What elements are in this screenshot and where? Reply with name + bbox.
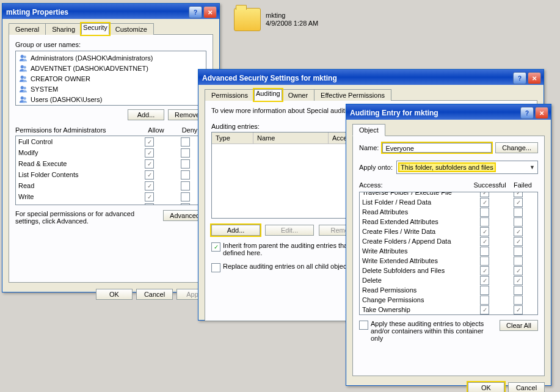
successful-checkbox[interactable] bbox=[480, 198, 489, 207]
deny-checkbox[interactable] bbox=[181, 181, 190, 191]
successful-checkbox[interactable] bbox=[480, 266, 489, 275]
successful-checkbox[interactable] bbox=[480, 296, 489, 305]
titlebar: mkting Properties ? ✕ bbox=[2, 4, 219, 19]
close-button[interactable]: ✕ bbox=[203, 6, 217, 18]
change-button[interactable]: Change... bbox=[495, 142, 538, 153]
deny-checkbox[interactable] bbox=[181, 148, 190, 158]
tab-owner[interactable]: Owner bbox=[282, 89, 315, 101]
successful-checkbox[interactable] bbox=[480, 192, 489, 197]
col-type[interactable]: Type bbox=[212, 132, 253, 143]
add-button[interactable]: Add... bbox=[128, 109, 164, 120]
apply-only-checkbox[interactable]: Apply these auditing entries to objects … bbox=[359, 320, 496, 342]
svg-point-1 bbox=[23, 56, 26, 58]
failed-checkbox[interactable] bbox=[514, 247, 523, 256]
help-button[interactable]: ? bbox=[189, 6, 202, 18]
successful-checkbox[interactable] bbox=[480, 276, 489, 285]
col-name[interactable]: Name bbox=[253, 132, 329, 143]
successful-checkbox[interactable] bbox=[480, 256, 489, 266]
folder-icon bbox=[234, 8, 261, 31]
successful-checkbox[interactable] bbox=[480, 247, 489, 256]
failed-checkbox[interactable] bbox=[514, 227, 523, 236]
failed-checkbox[interactable] bbox=[514, 266, 523, 275]
svg-point-3 bbox=[23, 66, 26, 68]
help-button[interactable]: ? bbox=[520, 107, 534, 119]
successful-checkbox[interactable] bbox=[480, 305, 489, 314]
checkbox-icon bbox=[211, 263, 220, 272]
ok-button[interactable]: OK bbox=[468, 382, 504, 392]
ok-button[interactable]: OK bbox=[96, 289, 133, 300]
allow-checkbox[interactable] bbox=[145, 203, 154, 206]
failed-checkbox[interactable] bbox=[514, 237, 523, 246]
user-row[interactable]: SYSTEM bbox=[17, 84, 205, 94]
add-button[interactable]: Add... bbox=[211, 225, 260, 236]
cancel-button[interactable]: Cancel bbox=[136, 289, 173, 300]
failed-checkbox[interactable] bbox=[514, 208, 523, 217]
successful-checkbox[interactable] bbox=[480, 217, 489, 227]
user-row[interactable]: Administrators (DASHOK\Administrators) bbox=[17, 53, 205, 63]
successful-checkbox[interactable] bbox=[480, 227, 489, 236]
edit-button[interactable]: Edit... bbox=[265, 225, 314, 236]
failed-checkbox[interactable] bbox=[514, 305, 523, 314]
allow-checkbox[interactable] bbox=[145, 159, 154, 169]
successful-checkbox[interactable] bbox=[480, 237, 489, 246]
close-button[interactable]: ✕ bbox=[528, 72, 541, 84]
failed-header: Failed bbox=[507, 181, 538, 189]
apply-onto-label: Apply onto: bbox=[359, 164, 393, 171]
failed-checkbox[interactable] bbox=[514, 256, 523, 266]
failed-checkbox[interactable] bbox=[514, 276, 523, 285]
user-row[interactable]: Users (DASHOK\Users) bbox=[17, 94, 205, 104]
access-row: Create Files / Write Data bbox=[360, 227, 537, 236]
failed-checkbox[interactable] bbox=[514, 192, 523, 197]
properties-window: mkting Properties ? ✕ General Sharing Se… bbox=[2, 3, 220, 292]
deny-checkbox[interactable] bbox=[181, 192, 190, 201]
allow-checkbox[interactable] bbox=[145, 148, 154, 158]
svg-point-0 bbox=[21, 54, 24, 57]
name-field[interactable]: Everyone bbox=[382, 143, 492, 153]
tab-effective[interactable]: Effective Permissions bbox=[314, 89, 391, 101]
apply-onto-select[interactable]: This folder, subfolders and files ▼ bbox=[396, 161, 538, 174]
close-button[interactable]: ✕ bbox=[535, 107, 548, 119]
permission-row: List Folder Contents bbox=[16, 169, 206, 180]
svg-point-9 bbox=[23, 97, 26, 100]
deny-checkbox[interactable] bbox=[181, 203, 190, 206]
access-row: Traverse Folder / Execute File bbox=[360, 192, 537, 197]
allow-checkbox[interactable] bbox=[145, 181, 154, 191]
successful-checkbox[interactable] bbox=[480, 208, 489, 217]
titlebar: Advanced Security Settings for mkting ? … bbox=[198, 70, 544, 85]
clear-all-button[interactable]: Clear All bbox=[500, 320, 538, 331]
user-icon bbox=[18, 54, 28, 62]
failed-checkbox[interactable] bbox=[514, 198, 523, 207]
tab-permissions[interactable]: Permissions bbox=[205, 89, 255, 101]
tab-strip: Permissions Auditing Owner Effective Per… bbox=[205, 89, 537, 101]
failed-checkbox[interactable] bbox=[514, 286, 523, 295]
allow-checkbox[interactable] bbox=[145, 137, 154, 147]
permission-row: Read & Execute bbox=[16, 158, 206, 169]
cancel-button[interactable]: Cancel bbox=[508, 382, 545, 392]
successful-checkbox[interactable] bbox=[480, 286, 489, 295]
allow-checkbox[interactable] bbox=[145, 170, 154, 180]
failed-checkbox[interactable] bbox=[514, 217, 523, 227]
tab-security[interactable]: Security bbox=[81, 23, 109, 35]
help-button[interactable]: ? bbox=[513, 72, 526, 84]
access-row: Write Attributes bbox=[360, 246, 537, 256]
user-list[interactable]: Administrators (DASHOK\Administrators)AD… bbox=[15, 51, 206, 106]
allow-checkbox[interactable] bbox=[145, 192, 154, 201]
svg-point-7 bbox=[23, 87, 26, 89]
user-row[interactable]: CREATOR OWNER bbox=[17, 73, 205, 84]
perm-for-label: Permissions for Administrators bbox=[15, 126, 139, 134]
access-row: Delete bbox=[360, 275, 537, 285]
checkbox-icon bbox=[211, 242, 220, 252]
tab-auditing[interactable]: Auditing bbox=[254, 89, 282, 101]
tab-sharing[interactable]: Sharing bbox=[45, 23, 82, 35]
deny-checkbox[interactable] bbox=[181, 137, 190, 147]
tab-customize[interactable]: Customize bbox=[109, 23, 154, 35]
tab-general[interactable]: General bbox=[9, 23, 46, 35]
folder-date: 4/9/2008 1:28 AM bbox=[266, 20, 318, 27]
deny-checkbox[interactable] bbox=[181, 159, 190, 169]
failed-checkbox[interactable] bbox=[514, 296, 523, 305]
deny-checkbox[interactable] bbox=[181, 170, 190, 180]
user-row[interactable]: ADVENTNET (DASHOK\ADVENTNET) bbox=[17, 63, 205, 73]
permission-list: Full ControlModifyRead & ExecuteList Fol… bbox=[15, 136, 206, 205]
desktop-folder[interactable]: mkting 4/9/2008 1:28 AM bbox=[234, 8, 318, 31]
tab-object[interactable]: Object bbox=[352, 124, 385, 136]
